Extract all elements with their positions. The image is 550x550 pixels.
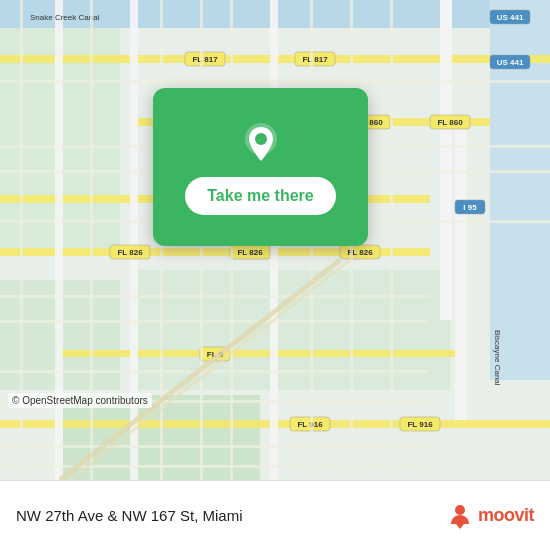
moovit-logo: moovit [446,502,534,530]
map-container: FL 817 FL 817 US 441 US 441 FL 860 FL 86… [0,0,550,480]
moovit-brand-icon [446,502,474,530]
info-bar: NW 27th Ave & NW 167 St, Miami moovit [0,480,550,550]
destination-card: Take me there [153,88,368,246]
svg-rect-49 [0,80,550,83]
location-pin-icon [237,119,285,167]
svg-text:US 441: US 441 [497,58,524,67]
svg-text:Snake Creek Canal: Snake Creek Canal [30,13,100,22]
svg-rect-66 [390,0,393,480]
svg-rect-15 [130,0,138,480]
svg-text:FL 860: FL 860 [437,118,463,127]
svg-rect-60 [90,0,93,480]
svg-rect-53 [0,295,430,298]
svg-text:FL 826: FL 826 [117,248,143,257]
svg-rect-14 [55,0,63,480]
svg-rect-18 [455,120,467,420]
svg-text:FL 826: FL 826 [237,248,263,257]
svg-rect-55 [0,370,430,373]
svg-text:FL 817: FL 817 [192,55,218,64]
svg-text:US 441: US 441 [497,13,524,22]
svg-rect-17 [440,0,452,320]
moovit-text: moovit [478,505,534,526]
svg-point-70 [255,133,267,145]
svg-text:I 95: I 95 [463,203,477,212]
svg-text:Biscayne Canal: Biscayne Canal [493,330,502,386]
svg-rect-58 [0,465,430,468]
svg-text:FL 817: FL 817 [302,55,328,64]
take-me-there-button[interactable]: Take me there [185,177,335,215]
svg-text:FL 916: FL 916 [407,420,433,429]
svg-point-71 [455,505,465,515]
svg-rect-59 [20,0,23,480]
location-label: NW 27th Ave & NW 167 St, Miami [16,507,242,524]
svg-rect-57 [0,445,430,448]
svg-rect-12 [60,350,460,357]
svg-rect-54 [0,320,430,323]
map-attribution: © OpenStreetMap contributors [8,393,152,408]
